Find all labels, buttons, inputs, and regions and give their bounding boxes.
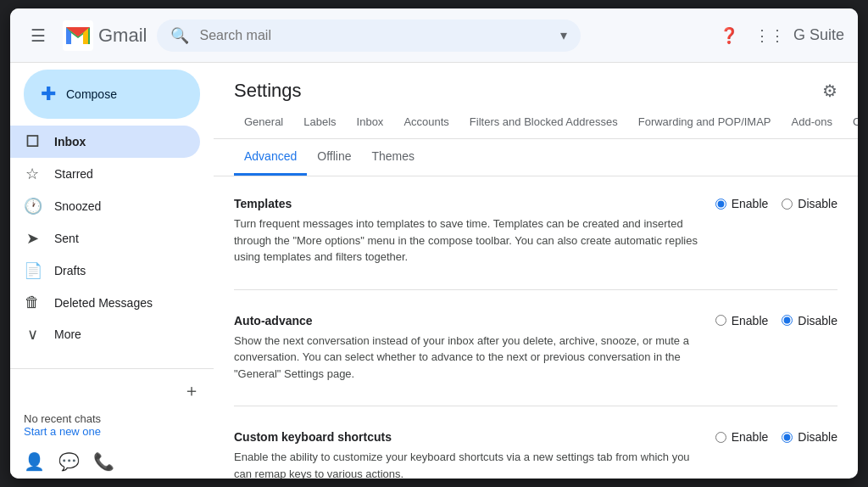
tab-forwarding[interactable]: Forwarding and POP/IMAP bbox=[628, 105, 782, 138]
deleted-label: Deleted Messages bbox=[54, 296, 153, 310]
main-area: ✚ Compose ☐ Inbox ☆ Starred 🕐 Snoozed ➤ … bbox=[10, 63, 858, 479]
start-new-chat-link[interactable]: Start a new one bbox=[24, 425, 101, 438]
app-window: ☰ Gmail 🔍 ▾ ❓ ⋮⋮ G Suite bbox=[10, 8, 858, 479]
tab-inbox[interactable]: Inbox bbox=[347, 105, 394, 138]
sidebar-item-snoozed[interactable]: 🕐 Snoozed bbox=[10, 190, 200, 222]
keyboard-shortcuts-disable-radio[interactable] bbox=[782, 432, 793, 443]
drafts-icon: 📄 bbox=[24, 261, 41, 280]
snoozed-label: Snoozed bbox=[54, 199, 101, 213]
menu-icon[interactable]: ☰ bbox=[24, 19, 53, 53]
gmail-label: Gmail bbox=[98, 25, 147, 47]
settings-title: Settings bbox=[234, 80, 302, 102]
templates-disable-option[interactable]: Disable bbox=[782, 197, 837, 210]
add-chat-icon[interactable]: ＋ bbox=[183, 379, 200, 402]
tab-filters[interactable]: Filters and Blocked Addresses bbox=[459, 105, 628, 138]
auto-advance-enable-option[interactable]: Enable bbox=[715, 314, 769, 327]
gmail-logo: Gmail bbox=[63, 20, 147, 51]
gsuite-label: G Suite bbox=[793, 26, 844, 44]
more-label: More bbox=[54, 327, 81, 341]
search-input[interactable] bbox=[199, 28, 550, 43]
auto-advance-disable-label: Disable bbox=[798, 314, 837, 327]
subtab-offline[interactable]: Offline bbox=[307, 139, 361, 176]
sidebar-item-drafts[interactable]: 📄 Drafts bbox=[10, 255, 200, 287]
settings-sections: Templates Turn frequent messages into te… bbox=[214, 176, 858, 479]
templates-enable-option[interactable]: Enable bbox=[715, 197, 769, 210]
inbox-icon: ☐ bbox=[24, 132, 41, 151]
templates-disable-radio[interactable] bbox=[782, 199, 793, 210]
keyboard-shortcuts-title: Custom keyboard shortcuts bbox=[234, 430, 702, 444]
sidebar-item-more[interactable]: ∨ More bbox=[10, 318, 214, 350]
settings-header: Settings ⚙ bbox=[214, 63, 858, 102]
no-recent-chats-label: No recent chats bbox=[24, 412, 101, 425]
sidebar-item-inbox[interactable]: ☐ Inbox bbox=[10, 126, 200, 158]
gmail-m-logo bbox=[63, 20, 93, 51]
settings-content-area: Settings ⚙ General Labels Inbox Accounts… bbox=[214, 63, 858, 479]
tab-accounts[interactable]: Accounts bbox=[393, 105, 459, 138]
drafts-label: Drafts bbox=[54, 264, 86, 277]
keyboard-shortcuts-section: Custom keyboard shortcuts Enable the abi… bbox=[234, 430, 837, 479]
templates-enable-radio[interactable] bbox=[715, 199, 726, 210]
tab-addons[interactable]: Add-ons bbox=[782, 105, 843, 138]
chat-section: No recent chats Start a new one bbox=[10, 406, 214, 445]
keyboard-shortcuts-enable-label: Enable bbox=[732, 430, 769, 444]
compose-label: Compose bbox=[66, 87, 117, 101]
keyboard-shortcuts-info: Custom keyboard shortcuts Enable the abi… bbox=[234, 430, 702, 479]
settings-subtabs: Advanced Offline Themes bbox=[214, 139, 858, 176]
auto-advance-disable-option[interactable]: Disable bbox=[782, 314, 837, 327]
chat-icons-row: 👤 💬 📞 bbox=[10, 445, 214, 479]
starred-label: Starred bbox=[54, 167, 93, 181]
sidebar-item-sent[interactable]: ➤ Sent bbox=[10, 222, 200, 255]
subtab-advanced[interactable]: Advanced bbox=[234, 139, 307, 176]
templates-disable-label: Disable bbox=[798, 197, 837, 210]
templates-section: Templates Turn frequent messages into te… bbox=[234, 197, 837, 290]
search-dropdown-icon[interactable]: ▾ bbox=[560, 27, 567, 43]
snoozed-icon: 🕐 bbox=[24, 197, 41, 216]
help-icon[interactable]: ❓ bbox=[712, 19, 746, 53]
templates-enable-label: Enable bbox=[732, 197, 769, 210]
tab-labels[interactable]: Labels bbox=[293, 105, 346, 138]
top-bar: ☰ Gmail 🔍 ▾ ❓ ⋮⋮ G Suite bbox=[10, 8, 858, 63]
sidebar-item-deleted[interactable]: 🗑 Deleted Messages bbox=[10, 287, 200, 318]
tab-chat[interactable]: Chat bbox=[843, 105, 858, 138]
sidebar-item-starred[interactable]: ☆ Starred bbox=[10, 158, 200, 190]
sent-icon: ➤ bbox=[24, 229, 41, 248]
auto-advance-desc: Show the next conversation instead of yo… bbox=[234, 333, 702, 383]
apps-icon[interactable]: ⋮⋮ bbox=[753, 19, 787, 53]
settings-gear-icon[interactable]: ⚙ bbox=[822, 81, 837, 101]
compose-button[interactable]: ✚ Compose bbox=[24, 70, 200, 119]
templates-title: Templates bbox=[234, 197, 702, 210]
auto-advance-info: Auto-advance Show the next conversation … bbox=[234, 314, 702, 383]
search-bar: 🔍 ▾ bbox=[157, 20, 581, 52]
keyboard-shortcuts-enable-option[interactable]: Enable bbox=[715, 430, 769, 444]
subtab-themes[interactable]: Themes bbox=[362, 139, 426, 176]
settings-tabs: General Labels Inbox Accounts Filters an… bbox=[214, 105, 858, 139]
keyboard-shortcuts-disable-label: Disable bbox=[798, 430, 837, 444]
auto-advance-enable-label: Enable bbox=[732, 314, 769, 327]
auto-advance-disable-radio[interactable] bbox=[782, 315, 793, 326]
top-right-actions: ❓ ⋮⋮ G Suite bbox=[712, 19, 844, 53]
auto-advance-title: Auto-advance bbox=[234, 314, 702, 327]
auto-advance-section: Auto-advance Show the next conversation … bbox=[234, 314, 837, 407]
auto-advance-enable-radio[interactable] bbox=[715, 315, 726, 326]
auto-advance-controls: Enable Disable bbox=[702, 314, 837, 327]
inbox-label: Inbox bbox=[54, 135, 86, 148]
templates-controls: Enable Disable bbox=[702, 197, 837, 210]
compose-plus-icon: ✚ bbox=[41, 83, 56, 105]
phone-icon[interactable]: 📞 bbox=[93, 451, 114, 472]
sent-label: Sent bbox=[54, 232, 79, 245]
keyboard-shortcuts-enable-radio[interactable] bbox=[715, 432, 726, 443]
deleted-icon: 🗑 bbox=[24, 294, 41, 311]
more-chevron-icon: ∨ bbox=[24, 325, 41, 344]
templates-info: Templates Turn frequent messages into te… bbox=[234, 197, 702, 266]
sidebar: ✚ Compose ☐ Inbox ☆ Starred 🕐 Snoozed ➤ … bbox=[10, 63, 214, 479]
templates-desc: Turn frequent messages into templates to… bbox=[234, 216, 702, 266]
star-icon: ☆ bbox=[24, 165, 41, 183]
chat-bubble-icon[interactable]: 💬 bbox=[58, 451, 80, 472]
tab-general[interactable]: General bbox=[234, 105, 293, 138]
keyboard-shortcuts-disable-option[interactable]: Disable bbox=[782, 430, 837, 444]
keyboard-shortcuts-controls: Enable Disable bbox=[702, 430, 837, 444]
search-icon: 🔍 bbox=[170, 26, 189, 45]
keyboard-shortcuts-desc: Enable the ability to customize your key… bbox=[234, 449, 702, 479]
person-icon[interactable]: 👤 bbox=[24, 451, 45, 472]
